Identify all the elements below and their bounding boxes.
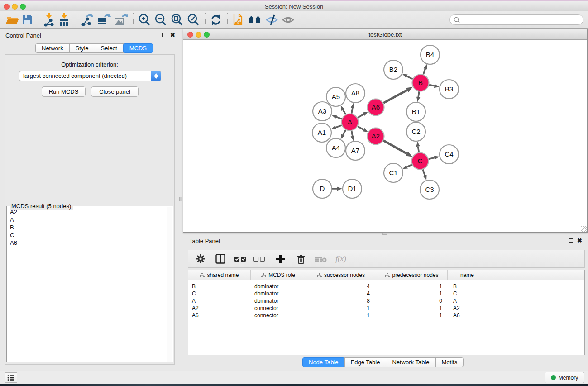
- resize-grip-icon[interactable]: [581, 226, 587, 232]
- graph-node-A8[interactable]: A8: [346, 84, 365, 103]
- table-cell[interactable]: 1: [376, 290, 448, 297]
- column-header-shared-name[interactable]: shared name: [188, 270, 251, 280]
- table-row[interactable]: Cdominator41C: [188, 290, 584, 297]
- network-file-button[interactable]: [232, 12, 244, 28]
- graph-node-B[interactable]: B: [412, 75, 429, 91]
- column-header-MCDS-role[interactable]: MCDS role: [251, 270, 306, 280]
- export-image-button[interactable]: [114, 12, 128, 28]
- graph-node-C2[interactable]: C2: [406, 122, 425, 141]
- graph-edge-C-C2[interactable]: [416, 142, 420, 152]
- run-mcds-button[interactable]: Run MCDS: [42, 86, 86, 97]
- select-all-columns-button[interactable]: [233, 251, 248, 267]
- table-cell[interactable]: connector: [251, 312, 306, 319]
- graph-node-B1[interactable]: B1: [406, 102, 425, 121]
- delete-row-button[interactable]: [293, 251, 309, 267]
- table-cell[interactable]: B: [188, 283, 251, 290]
- add-row-button[interactable]: [272, 251, 288, 267]
- graph-node-D[interactable]: D: [313, 179, 332, 198]
- graph-node-C1[interactable]: C1: [384, 163, 403, 182]
- zoom-fit-button[interactable]: [170, 12, 184, 28]
- tab-motifs[interactable]: Motifs: [435, 357, 464, 367]
- table-cell[interactable]: C: [448, 290, 487, 297]
- mcds-result-item[interactable]: A: [7, 216, 166, 224]
- graph-node-A6[interactable]: A6: [368, 99, 384, 116]
- tab-network-table[interactable]: Network Table: [386, 357, 435, 367]
- table-cell[interactable]: 0: [376, 297, 448, 305]
- table-settings-button[interactable]: [193, 251, 208, 267]
- table-cell[interactable]: A6: [188, 312, 251, 319]
- graph-edge-D-D1[interactable]: [332, 187, 342, 191]
- table-cell[interactable]: A: [448, 297, 487, 305]
- table-cell[interactable]: dominator: [251, 290, 306, 297]
- graph-edge-A-A2[interactable]: [358, 126, 368, 132]
- graph-edge-A2-C[interactable]: [383, 141, 412, 157]
- graph-edge-B-B3[interactable]: [429, 84, 439, 88]
- table-row[interactable]: A2connector11A2: [188, 305, 584, 312]
- graph-node-A3[interactable]: A3: [313, 102, 332, 121]
- graph-node-B2[interactable]: B2: [384, 60, 403, 79]
- graph-node-A7[interactable]: A7: [346, 141, 365, 160]
- mcds-result-item[interactable]: A2: [7, 208, 166, 216]
- graph-node-A2[interactable]: A2: [368, 128, 384, 145]
- zoom-in-button[interactable]: [138, 12, 151, 28]
- table-row[interactable]: Bdominator41B: [188, 283, 584, 290]
- graph-node-A[interactable]: A: [342, 114, 359, 131]
- tab-edge-table[interactable]: Edge Table: [344, 357, 387, 367]
- table-cell[interactable]: 1: [376, 312, 448, 319]
- tab-network[interactable]: Network: [35, 43, 70, 53]
- import-table-button[interactable]: [58, 12, 71, 28]
- save-session-button[interactable]: [22, 12, 33, 28]
- table-cell[interactable]: A2: [448, 305, 487, 312]
- show-columns-button[interactable]: [213, 251, 228, 267]
- graph-node-C[interactable]: C: [412, 153, 429, 170]
- graph-edge-A-A8[interactable]: [351, 103, 354, 114]
- column-header-predecessor-nodes[interactable]: predecessor nodes: [376, 270, 448, 280]
- graph-node-A4[interactable]: A4: [326, 138, 345, 157]
- graph-edge-A6-B[interactable]: [383, 87, 413, 103]
- table-cell[interactable]: B: [448, 283, 487, 290]
- mcds-result-item[interactable]: A6: [7, 239, 166, 247]
- mcds-result-item[interactable]: B: [7, 224, 166, 231]
- graph-edge-A-A1[interactable]: [331, 125, 342, 129]
- graph-node-C3[interactable]: C3: [420, 180, 439, 199]
- graph-edge-A-A6[interactable]: [358, 112, 368, 118]
- graph-node-C4[interactable]: C4: [440, 145, 459, 164]
- table-cell[interactable]: dominator: [251, 283, 306, 290]
- graph-edge-C-C4[interactable]: [429, 156, 440, 159]
- table-cell[interactable]: A6: [448, 312, 487, 319]
- table-cell[interactable]: 4: [306, 283, 376, 290]
- table-cell[interactable]: 4: [306, 290, 376, 297]
- graph-edge-A-A4[interactable]: [341, 130, 346, 139]
- tab-style[interactable]: Style: [69, 43, 95, 53]
- table-cell[interactable]: 1: [306, 305, 376, 312]
- table-cell[interactable]: A2: [188, 305, 251, 312]
- search-input[interactable]: [460, 16, 583, 24]
- tab-mcds[interactable]: MCDS: [123, 43, 153, 53]
- criterion-dropdown[interactable]: largest connected component (directed): [19, 71, 161, 81]
- table-cell[interactable]: 1: [376, 305, 448, 312]
- close-panel-button[interactable]: Close panel: [91, 86, 139, 97]
- graph-node-B3[interactable]: B3: [440, 80, 459, 99]
- table-cell[interactable]: C: [188, 290, 251, 297]
- table-cell[interactable]: 1: [376, 283, 448, 290]
- column-header-name[interactable]: name: [448, 270, 487, 280]
- export-table-button[interactable]: [96, 12, 111, 28]
- home-overview-button[interactable]: [247, 12, 263, 28]
- graph-edge-C-C1[interactable]: [402, 165, 412, 169]
- graph-edge-B-B4[interactable]: [423, 64, 427, 75]
- show-details-button[interactable]: [282, 12, 295, 28]
- graph-node-B4[interactable]: B4: [421, 45, 440, 64]
- export-network-button[interactable]: [80, 12, 94, 28]
- result-scrollbar[interactable]: [167, 207, 172, 362]
- close-panel-icon[interactable]: ✖: [170, 33, 175, 37]
- horizontal-split-handle[interactable]: [382, 233, 387, 235]
- task-history-button[interactable]: [5, 372, 17, 383]
- refresh-button[interactable]: [210, 12, 222, 28]
- graph-edge-A-A3[interactable]: [331, 115, 341, 119]
- memory-button[interactable]: Memory: [545, 372, 584, 383]
- zoom-selected-button[interactable]: [186, 12, 200, 28]
- graph-node-A5[interactable]: A5: [326, 87, 345, 106]
- graph-edge-A-A5[interactable]: [341, 105, 346, 114]
- table-row[interactable]: A6connector11A6: [188, 312, 584, 319]
- hide-details-button[interactable]: [265, 12, 279, 28]
